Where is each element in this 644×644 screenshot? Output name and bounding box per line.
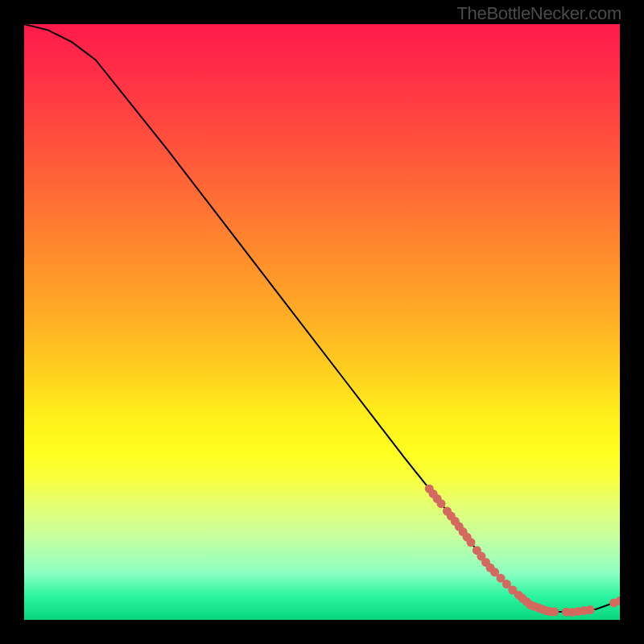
chart-svg	[24, 24, 620, 620]
data-marker	[437, 499, 446, 508]
data-markers	[425, 485, 620, 617]
plot-area	[24, 24, 620, 620]
bottleneck-curve	[24, 24, 620, 612]
data-marker	[586, 605, 595, 614]
watermark-label: TheBottleNecker.com	[456, 3, 621, 24]
data-marker	[550, 607, 559, 616]
data-marker	[467, 538, 476, 547]
